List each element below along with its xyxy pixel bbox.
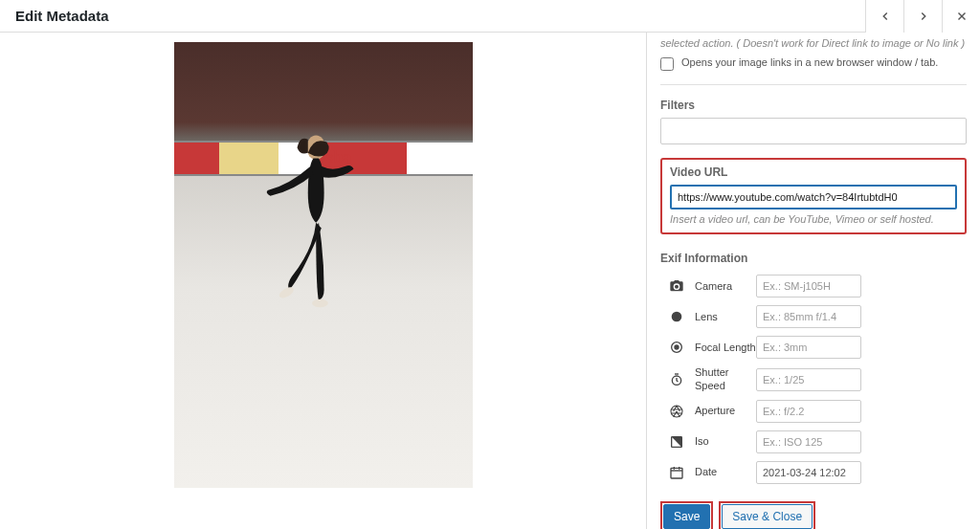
video-url-hint: Insert a video url, can be YouTube, Vime… <box>670 213 957 225</box>
exif-row-date: Date <box>660 461 967 484</box>
exif-row-focal: Focal Length <box>660 336 967 359</box>
filters-input[interactable] <box>660 118 967 144</box>
video-url-input[interactable] <box>670 185 957 209</box>
exif-label-aperture: Aperture <box>695 405 756 417</box>
filters-label: Filters <box>660 99 967 112</box>
calendar-icon <box>668 464 685 481</box>
svg-point-3 <box>277 285 295 300</box>
camera-icon <box>668 277 685 295</box>
svg-point-7 <box>675 345 679 349</box>
exif-label-iso: Iso <box>695 435 756 448</box>
image-decoration: usba <box>317 147 351 167</box>
date-input[interactable] <box>756 461 861 484</box>
iso-icon <box>668 433 685 451</box>
exif-row-camera: Camera <box>660 275 967 298</box>
exif-heading: Exif Information <box>660 252 967 265</box>
open-new-tab-label: Opens your image links in a new browser … <box>681 56 938 68</box>
exif-label-date: Date <box>695 466 756 478</box>
chevron-right-icon <box>917 10 930 23</box>
exif-row-iso: Iso <box>660 430 967 453</box>
lens-icon <box>668 308 685 325</box>
close-icon <box>955 10 969 23</box>
close-button[interactable] <box>942 0 980 33</box>
svg-rect-10 <box>671 468 682 478</box>
save-button[interactable]: Save <box>663 504 710 529</box>
camera-input[interactable] <box>756 275 861 298</box>
exif-row-aperture: Aperture <box>660 400 967 423</box>
shutter-icon <box>668 371 685 388</box>
exif-label-lens: Lens <box>695 311 756 323</box>
svg-point-4 <box>311 299 327 307</box>
image-preview-pane: usba <box>0 33 647 529</box>
svg-point-5 <box>672 312 682 322</box>
exif-label-shutter: Shutter Speed <box>695 366 756 391</box>
image-preview: usba <box>174 42 473 488</box>
exif-row-shutter: Shutter Speed <box>660 366 967 391</box>
video-url-section: Video URL Insert a video url, can be You… <box>660 158 967 234</box>
iso-input[interactable] <box>756 430 861 453</box>
open-new-tab-checkbox[interactable] <box>660 57 674 71</box>
video-url-label: Video URL <box>670 165 957 179</box>
exif-label-camera: Camera <box>695 280 756 293</box>
exif-label-focal: Focal Length <box>695 342 756 354</box>
save-close-button[interactable]: Save & Close <box>722 504 813 529</box>
exif-row-lens: Lens <box>660 305 967 328</box>
aperture-icon <box>668 403 685 420</box>
aperture-input[interactable] <box>756 400 861 423</box>
prev-button[interactable] <box>865 0 903 33</box>
next-button[interactable] <box>903 0 942 33</box>
lens-input[interactable] <box>756 305 861 328</box>
focal-length-input[interactable] <box>756 336 861 359</box>
metadata-sidebar: selected action. ( Doesn't work for Dire… <box>647 33 980 529</box>
link-action-note: selected action. ( Doesn't work for Dire… <box>660 36 967 51</box>
focal-length-icon <box>668 339 685 356</box>
shutter-speed-input[interactable] <box>756 368 861 391</box>
chevron-left-icon <box>879 10 892 23</box>
page-title: Edit Metadata <box>0 8 109 24</box>
